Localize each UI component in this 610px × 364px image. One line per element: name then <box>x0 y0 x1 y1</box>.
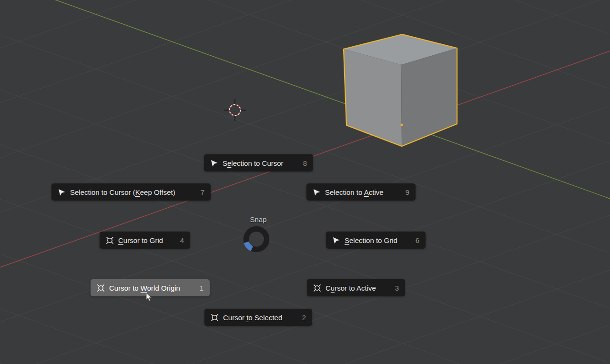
cube-left-face <box>344 49 402 146</box>
pie-item-selection-to-grid[interactable]: Selection to Grid 6 <box>326 232 426 249</box>
pie-item-shortcut: 9 <box>397 188 409 196</box>
pie-item-selection-to-active[interactable]: Selection to Active 9 <box>306 183 416 201</box>
pie-item-selection-to-cursor-keep-offset[interactable]: Selection to Cursor (Keep Offset) 7 <box>51 183 211 201</box>
pie-item-selection-to-cursor[interactable]: Selection to Cursor 8 <box>204 154 313 172</box>
cube-right-face <box>401 48 457 146</box>
pie-item-shortcut: 4 <box>172 236 184 244</box>
pie-item-shortcut: 2 <box>294 313 306 322</box>
pie-item-shortcut: 1 <box>191 284 203 292</box>
pie-item-label: Cursor to Grid <box>118 236 163 244</box>
3d-cursor <box>224 99 246 121</box>
pie-item-shortcut: 6 <box>407 236 419 244</box>
pointer-icon <box>313 188 321 196</box>
object-origin-dot <box>400 123 403 126</box>
cursor-3d-icon <box>211 313 219 322</box>
cube-object[interactable] <box>344 34 457 146</box>
pointer-icon <box>58 188 66 196</box>
pie-menu-center-ring <box>243 226 270 253</box>
pie-item-label: Selection to Active <box>325 188 384 196</box>
mouse-pointer-icon <box>146 293 152 302</box>
cursor-3d-icon <box>313 284 321 292</box>
pie-item-label: Cursor to Selected <box>223 313 282 322</box>
pie-item-cursor-to-selected[interactable]: Cursor to Selected 2 <box>204 309 312 326</box>
pie-item-cursor-to-grid[interactable]: Cursor to Grid 4 <box>100 232 190 249</box>
pie-item-shortcut: 8 <box>295 159 307 167</box>
pie-item-label: Cursor to Active <box>325 284 376 292</box>
cursor-3d-icon <box>106 236 114 244</box>
pie-item-cursor-to-active[interactable]: Cursor to Active 3 <box>307 279 405 296</box>
pointer-icon <box>210 159 218 167</box>
pointer-icon <box>332 236 340 244</box>
pie-item-shortcut: 3 <box>386 284 399 292</box>
pie-item-label: Selection to Grid <box>345 236 397 244</box>
blender-3d-viewport[interactable]: Snap Selection to Cursor 8 Selection to … <box>0 0 610 364</box>
pie-direction-indicator <box>246 242 252 249</box>
pie-menu-title: Snap <box>230 215 287 223</box>
cursor-3d-icon <box>97 284 105 292</box>
pie-item-label: Cursor to World Origin <box>109 284 180 292</box>
pie-item-label: Selection to Cursor <box>223 159 284 167</box>
pie-item-shortcut: 7 <box>192 188 204 196</box>
pie-item-label: Selection to Cursor (Keep Offset) <box>70 188 175 196</box>
